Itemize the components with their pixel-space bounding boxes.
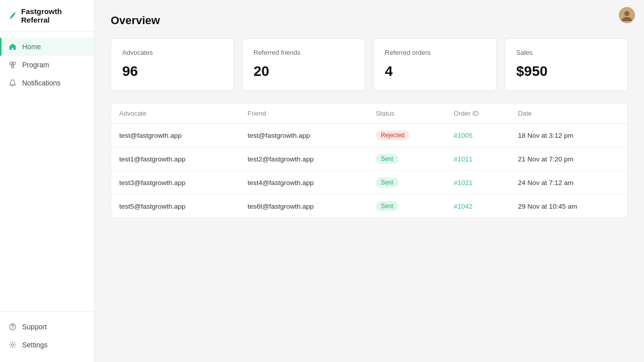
cell-advocate: test1@fastgrowth.app bbox=[111, 147, 239, 171]
cell-friend: test4@fastgrowth.app bbox=[239, 171, 368, 195]
sidebar-item-settings-label: Settings bbox=[22, 341, 48, 349]
cell-order-id[interactable]: #1042 bbox=[446, 195, 510, 218]
cell-order-id[interactable]: #1011 bbox=[446, 147, 510, 171]
svg-point-6 bbox=[12, 328, 13, 329]
sidebar-item-support[interactable]: Support bbox=[0, 318, 94, 336]
table-row: test5@fastgrowth.app tes6t@fastgrowth.ap… bbox=[111, 195, 627, 218]
stat-value-referred-friends: 20 bbox=[254, 63, 354, 79]
program-icon bbox=[8, 60, 17, 69]
sidebar: Fastgrowth Referral Home P bbox=[0, 0, 95, 362]
cell-date: 21 Nov at 7:20 pm bbox=[510, 147, 627, 171]
svg-line-4 bbox=[13, 65, 14, 66]
stat-label-referred-friends: Referred friends bbox=[254, 49, 354, 56]
cell-order-id[interactable]: #1021 bbox=[446, 171, 510, 195]
stat-value-sales: $950 bbox=[516, 63, 616, 79]
logo-icon bbox=[8, 10, 18, 21]
stat-card-referred-friends: Referred friends 20 bbox=[242, 38, 365, 91]
table-row: test3@fastgrowth.app test4@fastgrowth.ap… bbox=[111, 171, 627, 195]
svg-point-2 bbox=[12, 66, 14, 68]
page-title: Overview bbox=[111, 14, 628, 27]
sidebar-item-notifications[interactable]: Notifications bbox=[0, 74, 94, 92]
svg-point-7 bbox=[12, 344, 14, 346]
col-status: Status bbox=[368, 104, 446, 124]
svg-point-1 bbox=[13, 62, 16, 65]
stat-card-referred-orders: Referred orders 4 bbox=[373, 38, 497, 91]
stat-label-advocates: Advocates bbox=[122, 49, 222, 56]
cell-status: Sent bbox=[368, 195, 446, 218]
table-row: test1@fastgrowth.app test2@fastgrowth.ap… bbox=[111, 147, 627, 171]
cell-date: 29 Nov at 10:45 am bbox=[510, 195, 627, 218]
sidebar-item-settings[interactable]: Settings bbox=[0, 336, 94, 354]
stat-label-referred-orders: Referred orders bbox=[385, 49, 485, 56]
sidebar-item-program-label: Program bbox=[22, 61, 49, 69]
table-header-row: Advocate Friend Status Order ID Date bbox=[111, 104, 627, 124]
bell-icon bbox=[8, 78, 17, 87]
cell-order-id[interactable]: #1005 bbox=[446, 124, 510, 147]
col-advocate: Advocate bbox=[111, 104, 239, 124]
svg-point-9 bbox=[624, 11, 629, 16]
cell-friend: test@fastgrowth.app bbox=[239, 124, 368, 147]
cell-friend: test2@fastgrowth.app bbox=[239, 147, 368, 171]
avatar bbox=[619, 7, 635, 23]
svg-line-3 bbox=[11, 65, 13, 66]
user-avatar-wrapper[interactable] bbox=[619, 7, 635, 23]
sidebar-item-program[interactable]: Program bbox=[0, 56, 94, 74]
stat-value-advocates: 96 bbox=[122, 63, 222, 79]
sidebar-item-home[interactable]: Home bbox=[0, 38, 94, 56]
stat-label-sales: Sales bbox=[516, 49, 616, 56]
home-icon bbox=[8, 42, 17, 51]
cell-friend: tes6t@fastgrowth.app bbox=[239, 195, 368, 218]
referrals-table: Advocate Friend Status Order ID Date tes… bbox=[111, 104, 627, 218]
cell-status: Sent bbox=[368, 171, 446, 195]
cell-date: 18 Nov at 3:12 pm bbox=[510, 124, 627, 147]
table-row: test@fastgrowth.app test@fastgrowth.app … bbox=[111, 124, 627, 147]
sidebar-item-support-label: Support bbox=[22, 323, 47, 331]
cell-advocate: test5@fastgrowth.app bbox=[111, 195, 239, 218]
main-nav: Home Program Noti bbox=[0, 32, 94, 311]
cell-status: Rejected bbox=[368, 124, 446, 147]
stat-value-referred-orders: 4 bbox=[385, 63, 485, 79]
cell-date: 24 Nov at 7:12 am bbox=[510, 171, 627, 195]
col-friend: Friend bbox=[239, 104, 368, 124]
main-content: Overview Advocates 96 Referred friends 2… bbox=[95, 0, 644, 362]
svg-point-0 bbox=[10, 62, 13, 65]
brand-name: Fastgrowth Referral bbox=[21, 7, 86, 24]
cell-advocate: test@fastgrowth.app bbox=[111, 124, 239, 147]
support-icon bbox=[8, 322, 17, 331]
stat-card-sales: Sales $950 bbox=[505, 38, 628, 91]
col-order-id: Order ID bbox=[446, 104, 510, 124]
stat-card-advocates: Advocates 96 bbox=[111, 38, 234, 91]
cell-advocate: test3@fastgrowth.app bbox=[111, 171, 239, 195]
col-date: Date bbox=[510, 104, 627, 124]
stats-grid: Advocates 96 Referred friends 20 Referre… bbox=[111, 38, 628, 91]
sidebar-item-home-label: Home bbox=[22, 43, 41, 51]
sidebar-item-notifications-label: Notifications bbox=[22, 79, 60, 87]
sidebar-bottom: Support Settings bbox=[0, 311, 94, 362]
settings-icon bbox=[8, 340, 17, 349]
logo: Fastgrowth Referral bbox=[0, 0, 94, 32]
cell-status: Sent bbox=[368, 147, 446, 171]
referrals-table-wrapper: Advocate Friend Status Order ID Date tes… bbox=[111, 103, 628, 218]
